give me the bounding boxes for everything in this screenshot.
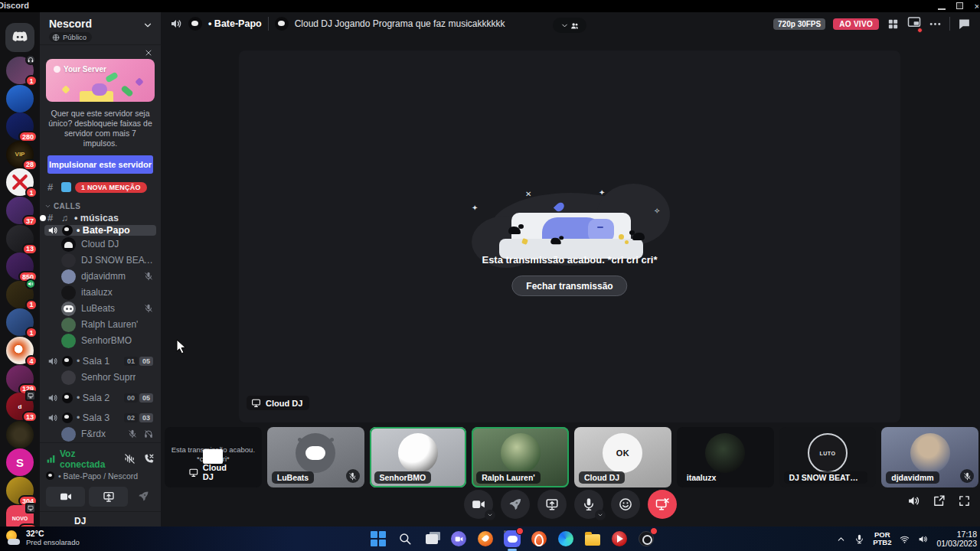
server-icon-server-11[interactable]: 4: [6, 337, 34, 364]
channel-avatar-icon: [62, 393, 73, 403]
camera-button[interactable]: [464, 490, 493, 519]
participant-tile[interactable]: Ralph Lauren': [472, 427, 569, 487]
fullscreen-icon[interactable]: [958, 494, 971, 507]
channel-musicas[interactable]: # ♫ • músicas: [44, 213, 156, 223]
server-icon-server-7[interactable]: 13: [6, 225, 34, 253]
server-icon-server-12[interactable]: 129: [6, 365, 34, 393]
minimize-button[interactable]: [938, 2, 946, 10]
chat-icon[interactable]: [958, 18, 971, 31]
voice-member-row[interactable]: djdavidmm: [58, 269, 156, 285]
noise-suppression-icon[interactable]: [124, 453, 136, 465]
volume-icon[interactable]: [907, 494, 920, 507]
server-icon-server-1[interactable]: 1: [6, 57, 34, 84]
taskbar-app-search[interactable]: [394, 528, 416, 549]
server-icon-server-3[interactable]: 280: [6, 112, 34, 140]
pip-live-dot: [917, 28, 923, 33]
server-icon-server-13[interactable]: d13: [6, 393, 34, 420]
participant-tile[interactable]: LUTO DJ SNOW BEATS (L...: [779, 427, 877, 487]
chevron-down-icon[interactable]: [142, 20, 153, 31]
camera-options-chevron[interactable]: [485, 510, 495, 520]
voice-member-row[interactable]: SenhorBMO: [58, 333, 156, 349]
taskbar-app-duo[interactable]: [448, 528, 469, 549]
stop-streaming-button[interactable]: [648, 490, 677, 519]
wifi-icon[interactable]: [900, 534, 910, 544]
grid-view-icon[interactable]: [887, 18, 900, 31]
discord-logo-icon: [11, 29, 28, 46]
taskbar-app-obs[interactable]: [635, 528, 657, 549]
tray-mic-icon[interactable]: [854, 534, 864, 544]
taskbar-app-windows-start[interactable]: [368, 528, 389, 549]
server-icon-server-2[interactable]: [6, 85, 34, 112]
server-icon-server-6[interactable]: 37: [6, 197, 34, 224]
activities-button[interactable]: [501, 490, 530, 519]
participant-tile[interactable]: LuBeats: [267, 427, 364, 487]
taskbar-app-media-play[interactable]: [609, 528, 630, 549]
server-icon-server-vip[interactable]: VIP28: [6, 141, 34, 168]
voice-channel-sala[interactable]: • Sala 3 0203: [44, 410, 156, 425]
voice-member-row[interactable]: itaaluzx: [58, 285, 156, 301]
popout-icon[interactable]: [933, 494, 946, 507]
voice-member-row[interactable]: Ralph Lauren': [58, 317, 156, 333]
screenshare-button[interactable]: [537, 490, 567, 519]
voice-member-row[interactable]: DJ SNOW BEATS (lows...: [58, 253, 156, 269]
emoji-reactions-button[interactable]: [611, 490, 640, 519]
boost-server-button[interactable]: Impulsionar este servidor: [47, 155, 153, 174]
server-initial: NOVO: [12, 516, 28, 521]
close-icon[interactable]: [144, 48, 153, 57]
participant-tile[interactable]: SenhorBMO: [370, 427, 467, 487]
mic-muted-icon: [144, 304, 153, 313]
participant-tile[interactable]: OK Cloud DJ: [574, 427, 671, 487]
close-button[interactable]: ✕: [974, 2, 978, 10]
clock[interactable]: 17:1801/03/2023: [936, 530, 977, 548]
monitor-x-icon: [655, 497, 669, 511]
server-icon-server-15[interactable]: S: [6, 448, 34, 476]
server-icon-server-roblox[interactable]: 1: [6, 168, 34, 196]
voice-member-row[interactable]: LuBeats: [58, 301, 156, 317]
maximize-button[interactable]: [956, 2, 963, 9]
mention-channel-row[interactable]: # 1 NOVA MENÇÃO: [40, 178, 161, 196]
screenshare-button[interactable]: [89, 487, 128, 507]
taskbar-app-discord[interactable]: [501, 528, 523, 549]
participant-avatar: [501, 433, 541, 473]
server-header[interactable]: Nescord Público: [40, 12, 161, 45]
chevron-down-icon: [597, 512, 603, 518]
server-icon-server-8[interactable]: 850: [6, 253, 34, 280]
speaker-icon: [47, 225, 58, 236]
more-options-icon[interactable]: [929, 18, 942, 31]
voice-channel-sala[interactable]: • Sala 2 0005: [44, 390, 156, 406]
taskbar-app-edge[interactable]: [555, 528, 577, 549]
microphone-button[interactable]: [574, 490, 603, 519]
voice-member-row[interactable]: Senhor Suprr: [58, 370, 156, 386]
server-icon-server-14[interactable]: [6, 421, 34, 448]
disconnect-call-icon[interactable]: [143, 453, 155, 465]
language-indicator[interactable]: PORPTB2: [873, 531, 891, 546]
voice-channel-sala[interactable]: • Sala 1 0105: [44, 354, 156, 369]
tray-expand-icon[interactable]: [836, 534, 846, 544]
tray-volume-icon[interactable]: [918, 534, 928, 544]
voice-member-row[interactable]: Cloud DJ: [58, 236, 156, 253]
taskbar-app-fl-studio[interactable]: [475, 528, 496, 549]
discord-home-button[interactable]: [5, 23, 34, 52]
participant-tile[interactable]: itaaluzx: [677, 427, 774, 487]
screenshare-icon: [545, 497, 559, 511]
activities-button[interactable]: [132, 487, 155, 507]
participant-tile[interactable]: djdavidmm: [881, 427, 978, 487]
taskbar-app-origin[interactable]: [528, 528, 550, 549]
taskbar-weather-widget[interactable]: 32°C Pred ensolarado: [5, 529, 80, 546]
member-name: Cloud DJ: [81, 239, 119, 249]
call-controls: [464, 490, 677, 519]
taskbar-app-explorer[interactable]: [582, 528, 603, 549]
server-icon-server-10[interactable]: 1: [6, 308, 34, 336]
mic-options-chevron[interactable]: [595, 510, 606, 520]
taskbar-app-task-view[interactable]: [421, 528, 443, 549]
channel-bate-papo[interactable]: • Bate-Papo: [44, 225, 156, 236]
notification-badge: 1: [25, 187, 38, 198]
voice-member-row[interactable]: F&rdx: [58, 426, 156, 442]
camera-button[interactable]: [46, 487, 85, 507]
category-calls[interactable]: CALLS: [40, 196, 161, 212]
unread-indicator: [40, 215, 46, 221]
server-icon-server-16[interactable]: 304: [6, 477, 34, 504]
close-stream-button[interactable]: Fechar transmissão: [511, 276, 627, 296]
server-icon-server-9[interactable]: 1: [6, 281, 34, 308]
participant-overflow-badge[interactable]: [553, 18, 586, 33]
